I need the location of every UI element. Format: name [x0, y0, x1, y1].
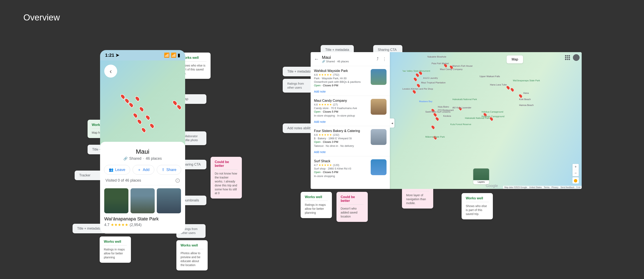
- layers-widget[interactable]: Layers: [473, 168, 489, 184]
- page-title: Overview: [23, 12, 60, 22]
- terms-link[interactable]: Terms: [544, 186, 549, 188]
- note-could-better-tracker: Could be better Do not know how the trac…: [210, 157, 242, 198]
- desktop-map[interactable]: Map Paia Fish Market: [390, 52, 582, 189]
- share-button[interactable]: ⇧Share: [157, 165, 181, 174]
- add-note-link[interactable]: Add note: [311, 150, 390, 156]
- note-could-better-owner: Could be better Doesn't who added saved …: [336, 192, 368, 222]
- note-works-well-who-d: Works well Shows who else is part of thi…: [462, 193, 493, 219]
- share-icon[interactable]: ⤴: [376, 56, 378, 62]
- google-logo: Google: [486, 184, 498, 188]
- panel-meta: 🔗 Shared · 46 places: [322, 60, 374, 63]
- back-arrow-icon[interactable]: ←: [314, 56, 319, 62]
- plus-icon: ＋: [138, 167, 141, 172]
- action-row: 👥Leave ＋Add ⇧Share: [104, 165, 181, 174]
- back-button[interactable]: ‹: [104, 65, 117, 78]
- link-icon: 🔗: [124, 156, 128, 160]
- desktop-mockup: ← Maui 🔗 Shared · 46 places ⤴ ⋮ Wahikuli…: [311, 52, 582, 189]
- link-icon: 🔗: [322, 60, 325, 63]
- thumbnail[interactable]: [104, 188, 128, 213]
- thumbnail: [371, 159, 386, 175]
- info-icon[interactable]: i: [176, 178, 180, 183]
- tracker-row: Visited 0 of 46 places i: [104, 174, 181, 185]
- more-icon[interactable]: ⋮: [382, 56, 386, 62]
- add-note-link[interactable]: Add note: [311, 90, 390, 96]
- place-item[interactable]: Surf Shack 4.7 ★★★★★ (120) Surf shop · 2…: [311, 156, 390, 180]
- add-button[interactable]: ＋Add: [132, 165, 154, 174]
- place-item[interactable]: Maui Candy Company 4.6 ★★★★★ (27) Candy …: [311, 96, 390, 120]
- wifi-icon: 📶: [171, 52, 176, 58]
- apps-icon[interactable]: [564, 54, 571, 61]
- signal-icon: 📶: [164, 52, 170, 58]
- zoom-out-button[interactable]: −: [572, 170, 579, 176]
- mobile-mockup: 1:21 ➤ 📶 📶 ▮ ‹ S Maui: [100, 50, 185, 234]
- thumbnail: [371, 99, 386, 115]
- leave-button[interactable]: 👥Leave: [104, 165, 130, 174]
- zoom-control[interactable]: + −: [572, 164, 579, 176]
- privacy-link[interactable]: Privacy: [552, 186, 558, 188]
- thumbnail[interactable]: [157, 188, 181, 213]
- collapse-panel-button[interactable]: ◂: [390, 118, 394, 128]
- place-item[interactable]: Four Sisters Bakery & Catering 4.6 ★★★★★…: [311, 126, 390, 150]
- thumbnail: [371, 69, 386, 85]
- list-title: Maui: [104, 148, 181, 155]
- share-icon: ⇧: [162, 168, 165, 172]
- label-tracker: Tracker: [75, 170, 104, 180]
- list-meta: 🔗 Shared · 46 places: [104, 156, 181, 161]
- stars-icon: ★★★★★: [111, 222, 128, 227]
- battery-icon: ▮: [178, 52, 180, 58]
- note-works-well-photos: Works well Photos allow to preview and b…: [176, 240, 208, 270]
- profile-avatar[interactable]: [573, 54, 580, 61]
- place-name[interactable]: Wai‘ānapanapa State Park: [104, 216, 181, 222]
- panel-title: Maui: [322, 55, 374, 60]
- status-bar: 1:21 ➤ 📶 📶 ▮: [100, 50, 185, 59]
- status-icons: 📶 📶 ▮: [164, 52, 180, 58]
- map-chip[interactable]: Map: [506, 56, 523, 64]
- panel-header: ← Maui 🔗 Shared · 46 places ⤴ ⋮: [311, 52, 390, 66]
- pegman-icon[interactable]: ⬤: [572, 177, 579, 184]
- note-works-well-ratings-m: Works well Ratings in maps allow for bet…: [100, 236, 131, 263]
- label-ratings-d: Ratings from other users: [283, 79, 312, 92]
- add-note-link[interactable]: Add note: [311, 120, 390, 126]
- zoom-in-button[interactable]: +: [572, 164, 579, 170]
- place-rating: 4.7 ★★★★★ (2,954): [104, 222, 181, 227]
- bottom-sheet: Maui 🔗 Shared · 46 places 👥Leave ＋Add ⇧S…: [100, 142, 185, 234]
- thumbnail: [371, 129, 386, 145]
- note-works-well-ratings-d: Works well Ratings in maps allow for bet…: [301, 192, 332, 218]
- feedback-link[interactable]: Send feedback: [560, 186, 574, 188]
- leave-icon: 👥: [109, 168, 114, 172]
- thumbnail[interactable]: [130, 188, 155, 213]
- side-panel: ← Maui 🔗 Shared · 46 places ⤴ ⋮ Wahikuli…: [311, 52, 390, 189]
- place-item[interactable]: Wahikuli Wayside Park 4.6 ★★★★★ (752) Pa…: [311, 66, 390, 90]
- map-footer: Map data ©2023 Google United States Term…: [503, 186, 582, 189]
- thumbnail-row: [104, 188, 181, 213]
